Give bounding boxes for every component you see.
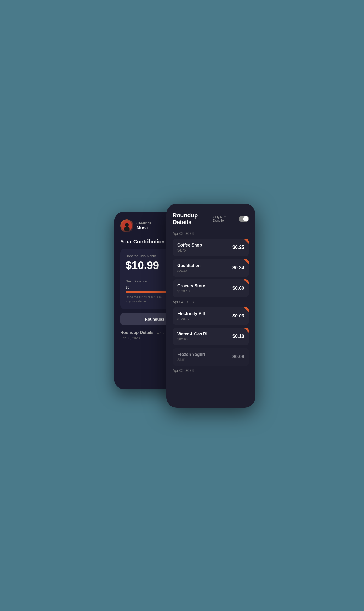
transaction-base-amount: $4.75 (177, 248, 202, 252)
transaction-left: Water & Gas Bill$80.90 (177, 332, 210, 341)
toggle-label: Only Next Donation (213, 215, 237, 222)
transaction-card[interactable]: Coffee Shop$4.75$0.25 (173, 239, 249, 256)
transaction-roundup: $0.09 (232, 354, 244, 359)
transaction-roundup: $0.25 (232, 245, 244, 250)
toggle-area: Only Next Donation (213, 215, 249, 222)
transaction-name: Coffee Shop (177, 243, 202, 248)
phone-front: Roundup Details Only Next Donation Apr 0… (166, 204, 255, 408)
transaction-roundup: $0.10 (232, 334, 244, 339)
transaction-card[interactable]: Frozen Yogurt$8.91$0.09 (173, 348, 249, 366)
date-group: Apr 05, 2023 (173, 368, 249, 373)
transaction-roundup: $0.60 (232, 285, 244, 291)
transaction-roundup: $0.03 (232, 313, 244, 319)
transaction-base-amount: $120.40 (177, 289, 205, 293)
transaction-base-amount: $8.91 (177, 358, 205, 362)
transaction-left: Gas Station$20.66 (177, 263, 201, 273)
transaction-name: Grocery Store (177, 284, 205, 288)
svg-point-1 (125, 223, 129, 227)
toggle-knob (243, 216, 248, 221)
transaction-left: Frozen Yogurt$8.91 (177, 352, 205, 362)
transaction-name: Frozen Yogurt (177, 352, 205, 357)
transaction-name: Water & Gas Bill (177, 332, 210, 336)
transaction-left: Grocery Store$120.40 (177, 284, 205, 293)
transaction-card[interactable]: Electricity Bill$120.97$0.03 (173, 307, 249, 325)
front-title: Roundup Details (173, 212, 213, 226)
greeting-name: Musa (136, 225, 151, 230)
date-section-label: Apr 04, 2023 (173, 300, 249, 304)
transaction-left: Electricity Bill$120.97 (177, 311, 205, 321)
front-header: Roundup Details Only Next Donation (173, 212, 249, 226)
transaction-left: Coffee Shop$4.75 (177, 243, 202, 252)
transaction-base-amount: $120.97 (177, 317, 205, 321)
toggle-switch[interactable] (239, 216, 249, 222)
date-section-label: Apr 05, 2023 (173, 368, 249, 373)
transaction-base-amount: $80.90 (177, 337, 210, 341)
date-groups-container: Apr 03, 2023Coffee Shop$4.75$0.25Gas Sta… (173, 231, 249, 373)
date-group: Apr 04, 2023Electricity Bill$120.97$0.03… (173, 300, 249, 366)
greeting-sub: Greetings (136, 221, 151, 225)
date-section-label: Apr 03, 2023 (173, 231, 249, 236)
transaction-name: Gas Station (177, 263, 201, 268)
transaction-card[interactable]: Gas Station$20.66$0.34 (173, 259, 249, 277)
greeting-text: Greetings Musa (136, 221, 151, 230)
transaction-roundup: $0.34 (232, 265, 244, 271)
avatar (120, 219, 133, 232)
transaction-card[interactable]: Grocery Store$120.40$0.60 (173, 279, 249, 297)
progress-bar-fill (126, 291, 169, 293)
transaction-name: Electricity Bill (177, 311, 205, 316)
date-group: Apr 03, 2023Coffee Shop$4.75$0.25Gas Sta… (173, 231, 249, 297)
transaction-card[interactable]: Water & Gas Bill$80.90$0.10 (173, 328, 249, 345)
front-content: Roundup Details Only Next Donation Apr 0… (166, 204, 255, 408)
avatar-area: Greetings Musa (120, 219, 151, 232)
scene: Greetings Musa Your Contribution Donated… (109, 204, 255, 408)
transaction-base-amount: $20.66 (177, 269, 201, 273)
